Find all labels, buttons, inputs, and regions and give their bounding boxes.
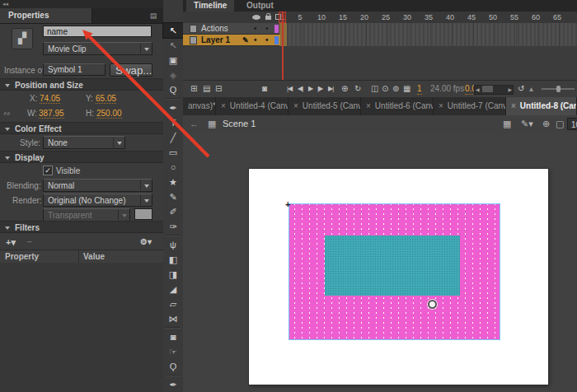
layer-lock-dot[interactable]: • bbox=[265, 23, 269, 35]
stage-zoom-input[interactable]: 100 bbox=[567, 118, 577, 130]
edit-scene-button[interactable]: ▦ bbox=[503, 119, 511, 129]
onion-outline-button[interactable]: ⊙ bbox=[382, 84, 388, 94]
filter-options-button[interactable]: ⚙▾ bbox=[140, 237, 152, 246]
center-frame-button[interactable]: ⊕ bbox=[341, 84, 348, 94]
new-folder-button[interactable]: ▤ bbox=[203, 84, 210, 94]
zoom-tool[interactable]: Ϙ bbox=[163, 359, 183, 374]
current-frame-value[interactable]: 1 bbox=[417, 84, 422, 95]
tab-timeline[interactable]: Timeline bbox=[186, 0, 234, 12]
tab-output[interactable]: Output bbox=[239, 0, 281, 12]
document-tab-untitled7[interactable]: ×Untitled-7 (Canvas)* bbox=[434, 97, 506, 115]
scroll-right-icon[interactable]: ▶ bbox=[508, 86, 512, 92]
paint-brush-tool[interactable]: ✑ bbox=[163, 219, 183, 234]
instance-name-input[interactable] bbox=[43, 26, 152, 37]
rectangle-tool[interactable]: ▭ bbox=[163, 145, 183, 160]
back-icon[interactable]: ← bbox=[190, 119, 199, 128]
w-value[interactable]: 387.95 bbox=[39, 109, 64, 119]
pasteboard[interactable]: + bbox=[183, 133, 577, 392]
swap-button[interactable]: Swap... bbox=[110, 63, 152, 77]
layer-outline-color-swatch[interactable] bbox=[274, 25, 279, 33]
layer-visibility-dot[interactable]: • bbox=[254, 23, 257, 35]
document-tab-partial[interactable]: anvas)* bbox=[183, 97, 216, 115]
document-tab-untitled8-active[interactable]: ×Untitled-8 (Canva bbox=[506, 97, 577, 115]
polystar-tool[interactable]: ★ bbox=[163, 175, 183, 189]
fps-value[interactable]: 24.00 fps bbox=[430, 84, 464, 94]
transformation-point-icon[interactable] bbox=[428, 300, 437, 309]
timeline-scrollbar[interactable]: ◀ ▶ bbox=[474, 85, 514, 95]
eraser-tool[interactable]: ▱ bbox=[163, 296, 183, 311]
brush-tool[interactable]: ✐ bbox=[163, 204, 183, 219]
line-tool[interactable]: ╱ bbox=[163, 130, 183, 145]
lock-all-icon[interactable] bbox=[265, 16, 271, 20]
selection-tool[interactable]: ↖ bbox=[163, 23, 183, 38]
width-tool[interactable]: ⋈ bbox=[163, 311, 183, 326]
instance-of-field[interactable]: Symbol 1 bbox=[43, 63, 106, 76]
camera-button[interactable]: ◙ bbox=[262, 84, 267, 94]
section-display[interactable]: Display bbox=[0, 151, 163, 163]
oval-tool[interactable]: ○ bbox=[163, 160, 183, 175]
stage[interactable]: + bbox=[249, 169, 548, 385]
text-tool[interactable]: T bbox=[163, 115, 183, 130]
loop-button[interactable]: ↻ bbox=[354, 84, 361, 94]
new-layer-button[interactable]: ⊞ bbox=[190, 84, 197, 94]
onion-skin-button[interactable]: ◫ bbox=[371, 84, 378, 94]
document-tab-untitled4[interactable]: ×Untitled-4 (Canvas)* bbox=[216, 97, 288, 115]
center-stage-button[interactable]: ⊕ bbox=[542, 119, 550, 129]
blending-dropdown[interactable]: Normal bbox=[43, 179, 152, 192]
layer-row-layer1[interactable]: Layer 1 ✎ • • bbox=[183, 35, 280, 46]
close-tab-icon[interactable]: × bbox=[439, 101, 443, 110]
hand-tool[interactable]: ☞ bbox=[163, 344, 183, 359]
scroll-left-icon[interactable]: ◀ bbox=[476, 86, 480, 92]
add-filter-button[interactable]: +▾ bbox=[6, 237, 16, 248]
layer-name[interactable]: Actions bbox=[201, 23, 228, 35]
selected-movieclip-pink-rect[interactable]: + bbox=[288, 203, 500, 340]
edit-symbols-button[interactable]: ✎▾ bbox=[521, 119, 533, 129]
x-value[interactable]: 74.05 bbox=[40, 94, 60, 104]
document-tab-untitled5[interactable]: ×Untitled-5 (Canvas)* bbox=[288, 97, 361, 115]
free-transform-tool[interactable]: ▣ bbox=[163, 53, 183, 68]
layer-lock-dot[interactable]: • bbox=[265, 35, 269, 46]
visible-checkbox[interactable]: ✓ bbox=[43, 166, 53, 175]
style-dropdown[interactable]: None bbox=[43, 136, 125, 149]
layer-name[interactable]: Layer 1 bbox=[201, 35, 230, 46]
section-color-effect[interactable]: Color Effect bbox=[0, 122, 163, 134]
go-first-frame-button[interactable]: |◀ bbox=[287, 84, 292, 94]
play-button[interactable]: ▶ bbox=[308, 84, 312, 94]
matte-color-swatch[interactable] bbox=[134, 208, 152, 220]
h-value[interactable]: 250.00 bbox=[96, 109, 122, 119]
panel-menu-icon[interactable]: ▤ bbox=[148, 12, 158, 20]
paint-bucket-tool[interactable]: ◧ bbox=[163, 252, 183, 267]
document-tab-untitled6[interactable]: ×Untitled-6 (Canvas)* bbox=[361, 97, 434, 115]
scrollbar-thumb[interactable] bbox=[482, 86, 493, 92]
clip-content-button[interactable]: ▢ bbox=[556, 119, 564, 129]
close-tab-icon[interactable]: × bbox=[366, 101, 371, 110]
camera-tool[interactable]: ◙ bbox=[163, 329, 183, 344]
tab-properties[interactable]: Properties bbox=[0, 8, 92, 23]
timeline-zoom-slider[interactable] bbox=[542, 88, 575, 90]
playhead-line[interactable] bbox=[282, 12, 284, 80]
layer-visibility-dot[interactable]: • bbox=[254, 35, 257, 46]
section-position-size[interactable]: Position and Size bbox=[0, 78, 163, 91]
panel-collapse-button[interactable]: ◂◂ bbox=[0, 0, 163, 8]
y-value[interactable]: 65.05 bbox=[96, 94, 116, 104]
reset-timeline-zoom-button[interactable]: ↺ bbox=[518, 84, 524, 94]
step-back-button[interactable]: ◀| bbox=[298, 84, 303, 94]
layer-row-actions[interactable]: Actions • • bbox=[183, 23, 280, 35]
marker-range-button[interactable]: ▦ bbox=[403, 84, 410, 94]
frame-grid-actions[interactable] bbox=[280, 23, 577, 35]
close-tab-icon[interactable]: × bbox=[293, 101, 298, 110]
go-last-frame-button[interactable]: ▶| bbox=[328, 84, 333, 94]
step-forward-button[interactable]: |▶ bbox=[317, 84, 322, 94]
close-tab-icon[interactable]: × bbox=[221, 101, 226, 110]
inner-teal-rect[interactable] bbox=[325, 236, 460, 296]
section-filters[interactable]: Filters bbox=[0, 221, 163, 233]
scene-breadcrumb[interactable]: Scene 1 bbox=[223, 119, 256, 128]
render-dropdown[interactable]: Original (No Change) bbox=[43, 194, 152, 207]
pencil-tool[interactable]: ✎ bbox=[163, 189, 183, 204]
pen-tool[interactable]: ✒ bbox=[163, 100, 183, 115]
stroke-color-tool[interactable]: ✒ bbox=[163, 377, 183, 392]
frame-grid-layer1[interactable] bbox=[280, 35, 577, 47]
layer-outline-color-swatch[interactable] bbox=[274, 36, 279, 44]
lasso-tool[interactable]: Q bbox=[163, 82, 183, 97]
bone-tool[interactable]: ψ bbox=[163, 237, 183, 252]
